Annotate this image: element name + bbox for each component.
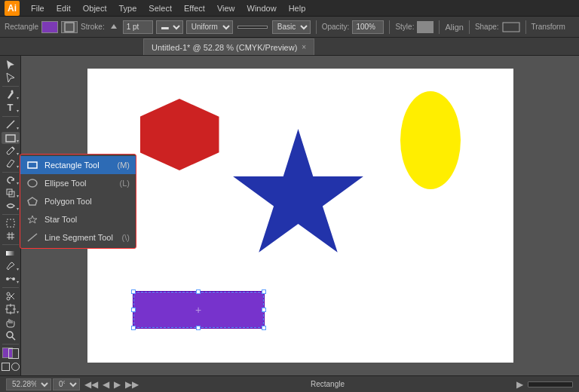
divider5	[525, 20, 526, 34]
document-tab[interactable]: Untitled-1* @ 52.28 % (CMYK/Preview) ×	[143, 38, 314, 55]
stroke-color[interactable]	[8, 348, 19, 359]
tool-scale[interactable]: ▾	[2, 187, 20, 199]
svg-rect-8	[6, 251, 15, 256]
handle-bl[interactable]	[131, 326, 136, 330]
nav-next[interactable]: ▶	[112, 379, 122, 390]
stroke-basic-select[interactable]: Basic	[272, 20, 311, 34]
svg-rect-1	[503, 23, 519, 32]
menu-view[interactable]: View	[212, 2, 240, 14]
rect-center-point	[195, 304, 201, 316]
handle-br[interactable]	[262, 326, 266, 330]
divider3	[439, 20, 440, 34]
tool-gradient[interactable]	[2, 247, 20, 259]
toolbar-divider6	[2, 287, 19, 288]
tool-scissors[interactable]	[2, 290, 20, 302]
nav-first[interactable]: ◀◀	[83, 379, 100, 390]
svg-point-22	[11, 363, 19, 371]
tool-hand[interactable]	[2, 317, 20, 329]
fill-swatch[interactable]	[41, 21, 58, 33]
menu-edit[interactable]: Edit	[51, 2, 76, 14]
menu-type[interactable]: Type	[114, 2, 142, 14]
menu-help[interactable]: Help	[283, 2, 311, 14]
stroke-width-input[interactable]	[123, 20, 153, 34]
line-segment-tool-icon	[26, 231, 38, 243]
tool-free-transform[interactable]	[2, 217, 20, 229]
divider1	[316, 20, 317, 34]
tool-select[interactable]	[2, 59, 20, 71]
other-mode-icon[interactable]	[11, 363, 20, 371]
nav-prev[interactable]: ◀	[101, 379, 111, 390]
menu-effect[interactable]: Effect	[179, 2, 210, 14]
rectangle-tool-key: (M)	[118, 161, 130, 170]
nav-last[interactable]: ▶▶	[124, 379, 140, 390]
tool-line[interactable]: ▾	[2, 118, 20, 130]
handle-tl[interactable]	[131, 289, 136, 294]
tool-eyedropper[interactable]: ▾	[2, 260, 20, 272]
flyout-item-line[interactable]: Line Segment Tool (\)	[20, 228, 136, 247]
polygon-tool-icon	[26, 195, 38, 207]
tool-pencil[interactable]: ▾	[2, 158, 20, 170]
flyout-item-polygon[interactable]: Polygon Tool	[20, 192, 136, 210]
menu-object[interactable]: Object	[78, 2, 112, 14]
tool-pen[interactable]: ▾	[2, 89, 20, 101]
svg-point-20	[7, 332, 13, 338]
tool-warp[interactable]: ▾	[2, 200, 20, 212]
ellipse-shape[interactable]	[400, 91, 461, 189]
tool-type[interactable]: T ▾	[2, 102, 20, 114]
star-shape[interactable]	[231, 129, 366, 265]
opacity-input[interactable]	[352, 20, 384, 34]
tool-direct-select[interactable]	[2, 72, 20, 84]
toolbar-divider3	[2, 172, 19, 173]
artboard[interactable]	[87, 69, 513, 363]
app-logo: Ai	[5, 1, 20, 16]
brush-arrow: ▾	[17, 151, 19, 156]
style-swatch[interactable]	[417, 21, 433, 33]
fill-label: Rectangle	[5, 23, 38, 31]
handle-bm[interactable]	[196, 326, 201, 330]
flyout-item-rectangle[interactable]: Rectangle Tool (M)	[20, 156, 136, 174]
stroke-uniform-select[interactable]: Uniform	[186, 20, 233, 34]
normal-mode-icon[interactable]	[2, 363, 10, 371]
main-area: ▾ T ▾ ▾ ▾ ▾ ▾ ▾	[0, 56, 579, 375]
svg-point-11	[7, 292, 10, 296]
type-icon: T	[8, 102, 14, 113]
stroke-line-preview	[237, 26, 268, 29]
svg-marker-25	[28, 198, 37, 205]
rectangle-shape[interactable]	[133, 291, 265, 329]
line-arrow: ▾	[17, 125, 19, 130]
tool-shape[interactable]: ▾	[2, 132, 20, 144]
handle-ml[interactable]	[131, 308, 136, 312]
menu-window[interactable]: Window	[242, 2, 282, 14]
menu-select[interactable]: Select	[143, 2, 177, 14]
menu-file[interactable]: File	[26, 2, 50, 14]
status-play-btn[interactable]: ▶	[515, 379, 525, 390]
stroke-options-select[interactable]: ▬	[156, 20, 183, 34]
rectangle-tool-icon	[26, 159, 38, 171]
tab-close-button[interactable]: ×	[302, 43, 306, 51]
tool-blend[interactable]: ▾	[2, 273, 20, 285]
handle-mr[interactable]	[262, 308, 266, 312]
flyout-item-ellipse[interactable]: Ellipse Tool (L)	[20, 174, 136, 192]
tool-artboard[interactable]: ▾	[2, 303, 20, 315]
tool-zoom[interactable]	[2, 329, 20, 341]
angle-select[interactable]: 0°	[53, 378, 80, 390]
handle-tm[interactable]	[196, 289, 201, 294]
svg-point-9	[6, 277, 9, 280]
artboard-arrow: ▾	[17, 309, 19, 314]
stroke-up-icon[interactable]	[108, 21, 120, 33]
toolbar-divider7	[2, 344, 19, 345]
svg-point-2	[11, 90, 13, 92]
tool-mesh[interactable]	[2, 230, 20, 242]
toolbar: ▾ T ▾ ▾ ▾ ▾ ▾ ▾	[0, 56, 21, 375]
artboard-nav: ◀◀ ◀ ▶ ▶▶	[83, 379, 140, 390]
flyout-item-star[interactable]: Star Tool	[20, 210, 136, 228]
line-tool-label: Line Segment Tool	[44, 233, 113, 242]
tool-paintbrush[interactable]: ▾	[2, 145, 20, 157]
warp-arrow: ▾	[17, 206, 19, 211]
tool-rotate[interactable]: ▾	[2, 174, 20, 186]
stroke-swatch[interactable]	[61, 21, 78, 33]
handle-tr[interactable]	[262, 289, 266, 294]
color-swatches[interactable]	[2, 348, 19, 359]
hexagon-shape[interactable]	[140, 99, 219, 170]
zoom-select[interactable]: 52.28%	[6, 378, 51, 390]
